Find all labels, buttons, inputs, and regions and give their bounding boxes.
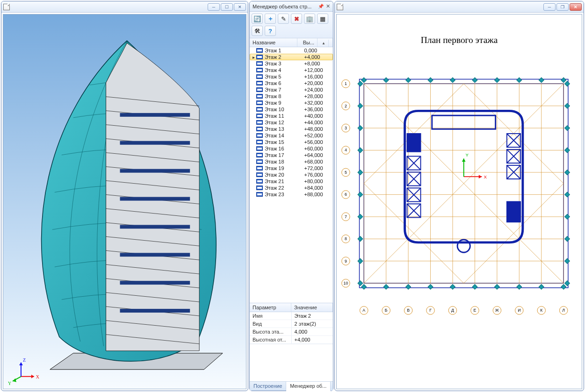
floor-row[interactable]: Этаж 16+60,000 bbox=[250, 145, 333, 152]
grid-label-v: 5 bbox=[345, 170, 347, 175]
floor-name: Этаж 15 bbox=[265, 139, 304, 145]
grid-label-v: 9 bbox=[345, 259, 347, 264]
floor-icon bbox=[256, 159, 263, 164]
pin-icon[interactable]: 📌 bbox=[318, 4, 323, 9]
plan-viewport[interactable]: План первого этажа bbox=[336, 14, 582, 389]
prop-col-param[interactable]: Параметр bbox=[250, 303, 291, 312]
grid-label-v: 6 bbox=[345, 192, 347, 197]
close-button[interactable]: ✕ bbox=[570, 3, 582, 11]
floor-row[interactable]: Этаж 13+48,000 bbox=[250, 126, 333, 132]
floor-name: Этаж 19 bbox=[265, 165, 304, 171]
floor-elevation: +72,000 bbox=[304, 165, 332, 171]
add-icon[interactable]: ＋ bbox=[265, 14, 276, 24]
floor-icon bbox=[256, 61, 263, 66]
minimize-button[interactable]: ─ bbox=[543, 3, 556, 11]
floor-row[interactable]: Этаж 7+24,000 bbox=[250, 86, 333, 93]
svg-rect-91 bbox=[383, 284, 389, 289]
floor-row[interactable]: Этаж 6+20,000 bbox=[250, 80, 333, 86]
floor-elevation: +60,000 bbox=[304, 146, 332, 151]
floor-row[interactable]: Этаж 15+56,000 bbox=[250, 139, 333, 145]
floor-row[interactable]: Этаж 12+44,000 bbox=[250, 119, 333, 126]
floor-name: Этаж 8 bbox=[265, 93, 304, 99]
3d-titlebar[interactable]: ─ ☐ ✕ bbox=[1, 1, 248, 13]
svg-rect-122 bbox=[561, 78, 566, 83]
prop-col-value[interactable]: Значение bbox=[291, 303, 333, 312]
floor-row[interactable]: Этаж 21+80,000 bbox=[250, 178, 333, 185]
building-icon[interactable]: 🏢 bbox=[304, 14, 315, 24]
floor-elevation: +88,000 bbox=[304, 192, 332, 197]
col-value[interactable]: Вы...▲ bbox=[297, 38, 333, 47]
svg-text:X: X bbox=[484, 174, 487, 179]
floor-row[interactable]: Этаж 20+76,000 bbox=[250, 171, 333, 178]
settings-icon[interactable]: 🛠 bbox=[252, 26, 263, 36]
tab-build[interactable]: Построение bbox=[250, 382, 286, 391]
floor-row[interactable]: Этаж 3+8,000 bbox=[250, 60, 333, 67]
3d-viewport[interactable]: X Y Z bbox=[3, 14, 246, 389]
property-footer bbox=[250, 344, 333, 381]
tab-manager[interactable]: Менеджер об... bbox=[286, 382, 331, 391]
svg-rect-98 bbox=[428, 78, 433, 83]
floor-name: Этаж 9 bbox=[265, 100, 304, 106]
svg-rect-111 bbox=[494, 284, 499, 289]
grid-label-h: Ж bbox=[495, 308, 499, 313]
floor-row[interactable]: Этаж 5+16,000 bbox=[250, 73, 333, 80]
plan-titlebar[interactable]: ─ ❐ ✕ bbox=[335, 1, 584, 13]
restore-button[interactable]: ❐ bbox=[556, 3, 569, 11]
edit-icon[interactable]: ✎ bbox=[278, 14, 289, 24]
floor-row[interactable]: Этаж 22+84,000 bbox=[250, 185, 333, 191]
property-row[interactable]: Вид2 этаж(2) bbox=[250, 320, 333, 328]
floor-icon bbox=[256, 192, 263, 197]
svg-rect-103 bbox=[450, 284, 455, 289]
floor-elevation: +44,000 bbox=[304, 120, 332, 125]
close-button[interactable]: ✕ bbox=[234, 3, 246, 11]
property-row[interactable]: ИмяЭтаж 2 bbox=[250, 312, 333, 320]
object-manager-title[interactable]: Менеджер объекта стр... 📌 ✕ bbox=[250, 1, 333, 12]
floor-row[interactable]: Этаж 8+28,000 bbox=[250, 93, 333, 100]
prop-value: 2 этаж(2) bbox=[292, 320, 333, 328]
svg-rect-92 bbox=[358, 103, 363, 108]
floor-row[interactable]: Этаж 18+68,000 bbox=[250, 158, 333, 165]
svg-rect-114 bbox=[517, 78, 522, 83]
grid-label-v: 8 bbox=[345, 236, 347, 241]
grid-label-v: 10 bbox=[344, 281, 348, 285]
svg-rect-61 bbox=[432, 115, 496, 129]
floor-icon bbox=[256, 140, 263, 144]
floor-row[interactable]: Этаж 4+12,000 bbox=[250, 67, 333, 73]
help-icon[interactable]: ? bbox=[265, 26, 276, 36]
floor-row[interactable]: Этаж 11+40,000 bbox=[250, 113, 333, 119]
svg-rect-96 bbox=[358, 126, 363, 131]
panel-title-text: Менеджер объекта стр... bbox=[253, 4, 311, 9]
axis-x-label: X bbox=[36, 374, 40, 379]
floor-icon bbox=[256, 166, 263, 171]
floor-row[interactable]: Этаж 10,000 bbox=[250, 47, 333, 54]
floor-row[interactable]: Этаж 14+52,000 bbox=[250, 132, 333, 139]
plan-view-window: ─ ❐ ✕ План первого этажа bbox=[334, 1, 584, 391]
property-row[interactable]: Высотная от...+4,000 bbox=[250, 336, 333, 344]
grid-label-v: 7 bbox=[345, 214, 347, 219]
floor-name: Этаж 6 bbox=[265, 80, 304, 86]
floor-row[interactable]: ▸Этаж 2+4,000 bbox=[250, 54, 333, 60]
delete-icon[interactable]: ✖ bbox=[291, 14, 302, 24]
property-row[interactable]: Высота эта...4,000 bbox=[250, 328, 333, 336]
maximize-button[interactable]: ☐ bbox=[221, 3, 233, 11]
grid-label-h: А bbox=[362, 308, 365, 313]
floors-list-header[interactable]: Название Вы...▲ bbox=[250, 38, 333, 47]
floor-row[interactable]: Этаж 17+64,000 bbox=[250, 152, 333, 158]
svg-rect-93 bbox=[564, 103, 570, 108]
col-name[interactable]: Название bbox=[250, 38, 297, 47]
grid-icon[interactable]: ▦ bbox=[317, 14, 328, 24]
svg-rect-112 bbox=[358, 214, 363, 219]
close-icon[interactable]: ✕ bbox=[326, 3, 330, 9]
floor-name: Этаж 18 bbox=[265, 159, 304, 164]
floor-row[interactable]: Этаж 19+72,000 bbox=[250, 165, 333, 171]
document-icon bbox=[337, 4, 343, 10]
svg-rect-21 bbox=[120, 169, 190, 173]
svg-rect-117 bbox=[564, 236, 570, 242]
minimize-button[interactable]: ─ bbox=[208, 3, 220, 11]
floors-list[interactable]: Этаж 10,000▸Этаж 2+4,000Этаж 3+8,000Этаж… bbox=[250, 47, 333, 303]
floor-row[interactable]: Этаж 23+88,000 bbox=[250, 191, 333, 198]
floor-row[interactable]: Этаж 10+36,000 bbox=[250, 106, 333, 113]
floor-row[interactable]: Этаж 9+32,000 bbox=[250, 100, 333, 106]
refresh-icon[interactable]: 🔄 bbox=[252, 14, 263, 24]
floor-elevation: +20,000 bbox=[304, 80, 332, 86]
